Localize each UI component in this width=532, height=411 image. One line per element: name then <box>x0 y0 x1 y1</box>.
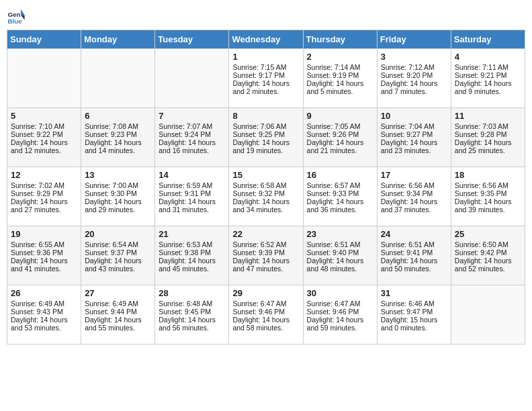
calendar-cell: 21Sunrise: 6:53 AMSunset: 9:38 PMDayligh… <box>155 226 229 285</box>
day-number: 27 <box>85 288 151 298</box>
day-info: Sunset: 9:20 PM <box>381 71 447 79</box>
day-info: Sunset: 9:44 PM <box>85 308 151 316</box>
calendar-cell <box>81 49 155 108</box>
day-header-tuesday: Tuesday <box>155 30 229 49</box>
day-info: Sunset: 9:45 PM <box>159 308 225 316</box>
calendar-week-row: 5Sunrise: 7:10 AMSunset: 9:22 PMDaylight… <box>7 108 525 167</box>
day-info: Sunrise: 6:48 AM <box>159 300 225 308</box>
calendar-cell: 28Sunrise: 6:48 AMSunset: 9:45 PMDayligh… <box>155 285 229 345</box>
svg-text:Blue: Blue <box>7 17 22 25</box>
day-info: Sunrise: 6:51 AM <box>307 240 373 248</box>
calendar-cell: 20Sunrise: 6:54 AMSunset: 9:37 PMDayligh… <box>81 226 155 285</box>
day-info: Daylight: 15 hours and 0 minutes. <box>381 316 447 332</box>
day-info: Sunset: 9:46 PM <box>232 308 299 316</box>
day-info: Sunrise: 7:02 AM <box>11 181 77 189</box>
day-info: Sunset: 9:22 PM <box>11 130 77 138</box>
day-info: Sunrise: 6:59 AM <box>159 181 225 189</box>
day-number: 10 <box>381 111 447 121</box>
day-number: 11 <box>455 111 521 121</box>
calendar-week-row: 1Sunrise: 7:15 AMSunset: 9:17 PMDaylight… <box>7 49 525 108</box>
day-info: Sunrise: 7:12 AM <box>381 63 447 71</box>
calendar-cell: 9Sunrise: 7:05 AMSunset: 9:26 PMDaylight… <box>303 108 377 167</box>
day-number: 5 <box>11 111 77 121</box>
day-number: 19 <box>11 229 77 239</box>
day-info: Sunrise: 7:07 AM <box>159 122 225 130</box>
day-info: Sunrise: 6:49 AM <box>11 300 77 308</box>
day-info: Sunset: 9:32 PM <box>232 189 299 197</box>
day-number: 31 <box>381 288 447 298</box>
day-info: Sunrise: 6:46 AM <box>381 300 447 308</box>
day-info: Sunrise: 7:04 AM <box>381 122 447 130</box>
day-number: 18 <box>455 170 521 180</box>
day-info: Sunset: 9:36 PM <box>11 248 77 257</box>
day-number: 9 <box>307 111 373 121</box>
day-info: Daylight: 14 hours and 16 minutes. <box>159 138 225 154</box>
day-info: Sunset: 9:47 PM <box>381 308 447 316</box>
day-number: 3 <box>381 52 447 62</box>
day-number: 20 <box>85 229 151 239</box>
day-info: Daylight: 14 hours and 56 minutes. <box>159 316 225 332</box>
day-header-wednesday: Wednesday <box>229 30 303 49</box>
day-info: Sunset: 9:30 PM <box>85 189 151 197</box>
calendar-cell: 16Sunrise: 6:57 AMSunset: 9:33 PMDayligh… <box>303 167 377 226</box>
day-info: Sunset: 9:38 PM <box>159 248 225 257</box>
day-number: 29 <box>232 288 299 298</box>
day-info: Sunrise: 6:53 AM <box>159 240 225 248</box>
calendar-cell: 15Sunrise: 6:58 AMSunset: 9:32 PMDayligh… <box>229 167 303 226</box>
day-info: Sunset: 9:29 PM <box>11 189 77 197</box>
calendar-cell: 18Sunrise: 6:56 AMSunset: 9:35 PMDayligh… <box>451 167 525 226</box>
day-info: Daylight: 14 hours and 58 minutes. <box>232 316 299 332</box>
day-info: Sunrise: 6:56 AM <box>381 181 447 189</box>
calendar-cell: 11Sunrise: 7:03 AMSunset: 9:28 PMDayligh… <box>451 108 525 167</box>
day-header-monday: Monday <box>81 30 155 49</box>
day-info: Sunrise: 6:47 AM <box>232 300 299 308</box>
day-info: Daylight: 14 hours and 25 minutes. <box>455 138 521 154</box>
day-info: Daylight: 14 hours and 12 minutes. <box>11 138 77 154</box>
day-info: Sunrise: 6:47 AM <box>307 300 373 308</box>
day-info: Daylight: 14 hours and 9 minutes. <box>455 79 521 95</box>
day-info: Sunrise: 6:50 AM <box>455 240 521 248</box>
day-info: Daylight: 14 hours and 14 minutes. <box>85 138 151 154</box>
day-number: 16 <box>307 170 373 180</box>
day-number: 2 <box>307 52 373 62</box>
day-info: Sunrise: 6:51 AM <box>381 240 447 248</box>
day-number: 23 <box>307 229 373 239</box>
calendar-cell <box>7 49 81 108</box>
calendar-cell: 14Sunrise: 6:59 AMSunset: 9:31 PMDayligh… <box>155 167 229 226</box>
day-number: 21 <box>159 229 225 239</box>
day-number: 7 <box>159 111 225 121</box>
day-number: 8 <box>232 111 299 121</box>
day-info: Sunset: 9:34 PM <box>381 189 447 197</box>
day-info: Daylight: 14 hours and 37 minutes. <box>381 197 447 214</box>
day-info: Daylight: 14 hours and 50 minutes. <box>381 257 447 273</box>
day-info: Sunset: 9:42 PM <box>455 248 521 257</box>
calendar-cell: 17Sunrise: 6:56 AMSunset: 9:34 PMDayligh… <box>377 167 451 226</box>
day-header-thursday: Thursday <box>303 30 377 49</box>
day-info: Sunrise: 6:57 AM <box>307 181 373 189</box>
day-info: Daylight: 14 hours and 2 minutes. <box>232 79 299 95</box>
day-info: Sunrise: 6:56 AM <box>455 181 521 189</box>
day-info: Daylight: 14 hours and 43 minutes. <box>85 257 151 273</box>
page-header: Gen Blue <box>7 7 525 26</box>
day-number: 12 <box>11 170 77 180</box>
day-info: Sunrise: 7:10 AM <box>11 122 77 130</box>
day-info: Daylight: 14 hours and 29 minutes. <box>85 197 151 214</box>
calendar-cell: 22Sunrise: 6:52 AMSunset: 9:39 PMDayligh… <box>229 226 303 285</box>
day-number: 17 <box>381 170 447 180</box>
day-info: Daylight: 14 hours and 21 minutes. <box>307 138 373 154</box>
day-info: Sunset: 9:46 PM <box>307 308 373 316</box>
calendar-cell: 23Sunrise: 6:51 AMSunset: 9:40 PMDayligh… <box>303 226 377 285</box>
day-info: Sunset: 9:39 PM <box>232 248 299 257</box>
calendar-header-row: SundayMondayTuesdayWednesdayThursdayFrid… <box>7 30 525 49</box>
day-info: Daylight: 14 hours and 48 minutes. <box>307 257 373 273</box>
calendar-cell: 26Sunrise: 6:49 AMSunset: 9:43 PMDayligh… <box>7 285 81 345</box>
day-info: Sunrise: 7:11 AM <box>455 63 521 71</box>
day-info: Sunset: 9:37 PM <box>85 248 151 257</box>
day-info: Sunrise: 6:49 AM <box>85 300 151 308</box>
day-info: Sunset: 9:17 PM <box>232 71 299 79</box>
day-number: 30 <box>307 288 373 298</box>
calendar-cell <box>155 49 229 108</box>
day-info: Sunset: 9:41 PM <box>381 248 447 257</box>
calendar-cell: 1Sunrise: 7:15 AMSunset: 9:17 PMDaylight… <box>229 49 303 108</box>
day-info: Sunset: 9:21 PM <box>455 71 521 79</box>
